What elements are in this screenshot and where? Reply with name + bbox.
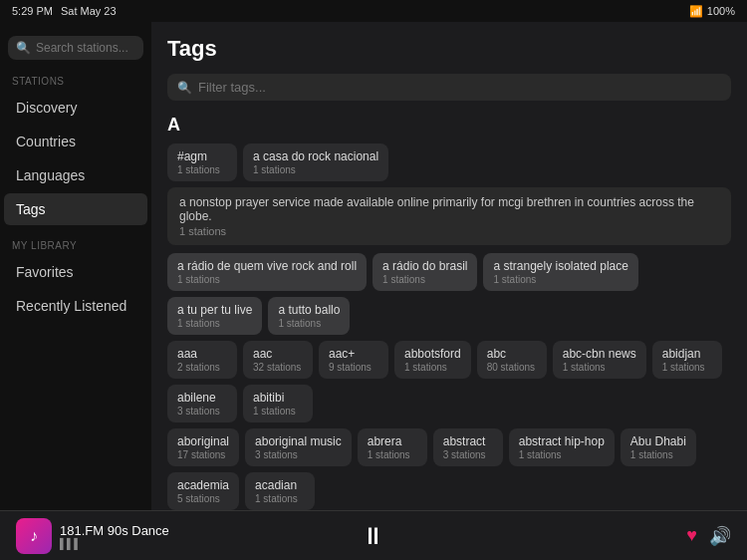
tag-chip-strangely-isolated[interactable]: a strangely isolated place 1 stations bbox=[483, 253, 637, 291]
tag-chip-0-4[interactable]: abc80 stations bbox=[477, 341, 547, 379]
tag-chip-1-3[interactable]: abstract3 stations bbox=[433, 428, 503, 466]
my-library-label: MY LIBRARY bbox=[0, 236, 151, 255]
tag-chip-count: 1 stations bbox=[662, 362, 712, 373]
tag-chip-count: 1 stations bbox=[253, 406, 303, 417]
signal-bars: ▌▌▌ bbox=[60, 538, 169, 549]
tag-chip-name: aac+ bbox=[329, 347, 378, 361]
filter-box[interactable]: 🔍 bbox=[167, 74, 731, 101]
tag-chip-name: aac bbox=[253, 347, 303, 361]
volume-icon[interactable]: 🔊 bbox=[709, 525, 731, 547]
tag-chip-count: 1 stations bbox=[368, 449, 417, 460]
tag-chip-1-1[interactable]: aboriginal music3 stations bbox=[245, 428, 352, 466]
search-icon: 🔍 bbox=[16, 41, 31, 55]
tag-chip-name: abidjan bbox=[662, 347, 712, 361]
tag-chip-tutto-ballo[interactable]: a tutto ballo 1 stations bbox=[268, 297, 350, 335]
sidebar-item-languages[interactable]: Languages bbox=[4, 159, 147, 191]
tag-chip-count: 3 stations bbox=[177, 406, 227, 417]
tag-chip-name: academia bbox=[177, 478, 229, 492]
tag-chip-casa-rock[interactable]: a casa do rock nacional 1 stations bbox=[243, 143, 388, 181]
tag-chip-count: 1 stations bbox=[404, 362, 461, 373]
tag-chip-name: aboriginal music bbox=[255, 434, 342, 448]
page-title: Tags bbox=[167, 36, 731, 62]
tag-chip-radio-rock[interactable]: a rádio de quem vive rock and roll 1 sta… bbox=[167, 253, 367, 291]
tag-chip-name: Abu Dhabi bbox=[630, 434, 686, 448]
tag-chip-agm[interactable]: #agm 1 stations bbox=[167, 143, 237, 181]
tag-chip-count: 80 stations bbox=[487, 362, 537, 373]
player-info: 181.FM 90s Dance ▌▌▌ bbox=[60, 523, 169, 549]
player-right: ♥ 🔊 bbox=[493, 525, 731, 547]
tag-chip-count: 3 stations bbox=[443, 449, 493, 460]
tag-chip-name: abstract bbox=[443, 434, 493, 448]
description-tag: a nonstop prayer service made available … bbox=[167, 187, 731, 245]
tag-rows-container: aaa2 stationsaac32 stationsaac+9 station… bbox=[167, 341, 731, 510]
heart-icon[interactable]: ♥ bbox=[686, 525, 697, 546]
tag-chip-0-0[interactable]: aaa2 stations bbox=[167, 341, 237, 379]
tag-chip-name: aboriginal bbox=[177, 434, 229, 448]
tag-chip-0-8[interactable]: abitibi1 stations bbox=[243, 385, 313, 422]
sidebar-item-favorites[interactable]: Favorites bbox=[4, 256, 147, 288]
status-time: 5:29 PM bbox=[12, 5, 53, 17]
tag-chip-name: aaa bbox=[177, 347, 227, 361]
tag-chip-radio-brasil[interactable]: a rádio do brasil 1 stations bbox=[373, 253, 477, 291]
stations-label: STATIONS bbox=[0, 72, 151, 91]
tag-row-1: aboriginal17 stationsaboriginal music3 s… bbox=[167, 428, 731, 510]
tag-chip-1-7[interactable]: acadian1 stations bbox=[245, 472, 315, 510]
tag-chip-0-7[interactable]: abilene3 stations bbox=[167, 385, 237, 422]
filter-icon: 🔍 bbox=[177, 81, 192, 95]
main-content: Tags 🔍 A #agm 1 stations a casa do rock … bbox=[151, 22, 747, 510]
tag-chip-count: 5 stations bbox=[177, 493, 229, 504]
pause-button[interactable]: ⏸ bbox=[356, 518, 391, 554]
tag-chip-0-1[interactable]: aac32 stations bbox=[243, 341, 313, 379]
tag-chip-count: 1 stations bbox=[630, 449, 686, 460]
tag-chip-name: abbotsford bbox=[404, 347, 461, 361]
tag-chip-count: 2 stations bbox=[177, 362, 227, 373]
wifi-icon: 📶 bbox=[689, 5, 703, 18]
tag-chip-count: 3 stations bbox=[255, 449, 342, 460]
status-date: Sat May 23 bbox=[61, 5, 117, 17]
tag-chip-count: 1 stations bbox=[519, 449, 605, 460]
tag-chip-name: abrera bbox=[368, 434, 417, 448]
description-count: 1 stations bbox=[179, 225, 719, 237]
filter-input[interactable] bbox=[198, 80, 721, 95]
highlight-row: a rádio de quem vive rock and roll 1 sta… bbox=[167, 253, 731, 335]
music-note-icon: ♪ bbox=[30, 527, 38, 545]
tag-chip-count: 32 stations bbox=[253, 362, 303, 373]
tag-chip-1-4[interactable]: abstract hip-hop1 stations bbox=[509, 428, 615, 466]
tag-chip-count: 1 stations bbox=[563, 362, 636, 373]
sidebar-item-tags[interactable]: Tags bbox=[4, 193, 147, 225]
tag-chip-name: abitibi bbox=[253, 391, 303, 405]
tag-chip-1-6[interactable]: academia5 stations bbox=[167, 472, 239, 510]
sidebar: 🔍 STATIONS Discovery Countries Languages… bbox=[0, 22, 151, 510]
tag-chip-name: abc bbox=[487, 347, 537, 361]
tag-chip-count: 17 stations bbox=[177, 449, 229, 460]
tag-chip-name: abc-cbn news bbox=[563, 347, 636, 361]
small-chips-row: #agm 1 stations a casa do rock nacional … bbox=[167, 143, 731, 181]
section-letter-a: A bbox=[167, 115, 731, 136]
tag-chip-0-5[interactable]: abc-cbn news1 stations bbox=[553, 341, 646, 379]
sidebar-item-recently-listened[interactable]: Recently Listened bbox=[4, 290, 147, 322]
tag-row-0: aaa2 stationsaac32 stationsaac+9 station… bbox=[167, 341, 731, 422]
tag-chip-1-0[interactable]: aboriginal17 stations bbox=[167, 428, 239, 466]
sidebar-item-discovery[interactable]: Discovery bbox=[4, 92, 147, 124]
tag-chip-a-tu-per-tu[interactable]: a tu per tu live 1 stations bbox=[167, 297, 262, 335]
tag-chip-0-2[interactable]: aac+9 stations bbox=[319, 341, 388, 379]
player-left: ♪ 181.FM 90s Dance ▌▌▌ bbox=[16, 518, 254, 554]
description-text: a nonstop prayer service made available … bbox=[179, 195, 719, 223]
search-box[interactable]: 🔍 bbox=[8, 36, 143, 60]
status-bar: 5:29 PM Sat May 23 📶 100% bbox=[0, 0, 747, 22]
player-center: ⏸ bbox=[254, 518, 492, 554]
sidebar-item-countries[interactable]: Countries bbox=[4, 126, 147, 157]
search-input[interactable] bbox=[36, 41, 135, 55]
tag-chip-0-6[interactable]: abidjan1 stations bbox=[652, 341, 722, 379]
main-layout: 🔍 STATIONS Discovery Countries Languages… bbox=[0, 22, 747, 510]
tag-chip-1-5[interactable]: Abu Dhabi1 stations bbox=[621, 428, 696, 466]
station-name: 181.FM 90s Dance bbox=[60, 523, 169, 538]
tag-chip-name: abstract hip-hop bbox=[519, 434, 605, 448]
tag-chip-count: 1 stations bbox=[255, 493, 305, 504]
player-bar: ♪ 181.FM 90s Dance ▌▌▌ ⏸ ♥ 🔊 bbox=[0, 510, 747, 560]
battery-label: 100% bbox=[707, 5, 735, 17]
tag-chip-name: abilene bbox=[177, 391, 227, 405]
tag-chip-0-3[interactable]: abbotsford1 stations bbox=[394, 341, 471, 379]
player-thumb: ♪ bbox=[16, 518, 52, 554]
tag-chip-1-2[interactable]: abrera1 stations bbox=[358, 428, 427, 466]
